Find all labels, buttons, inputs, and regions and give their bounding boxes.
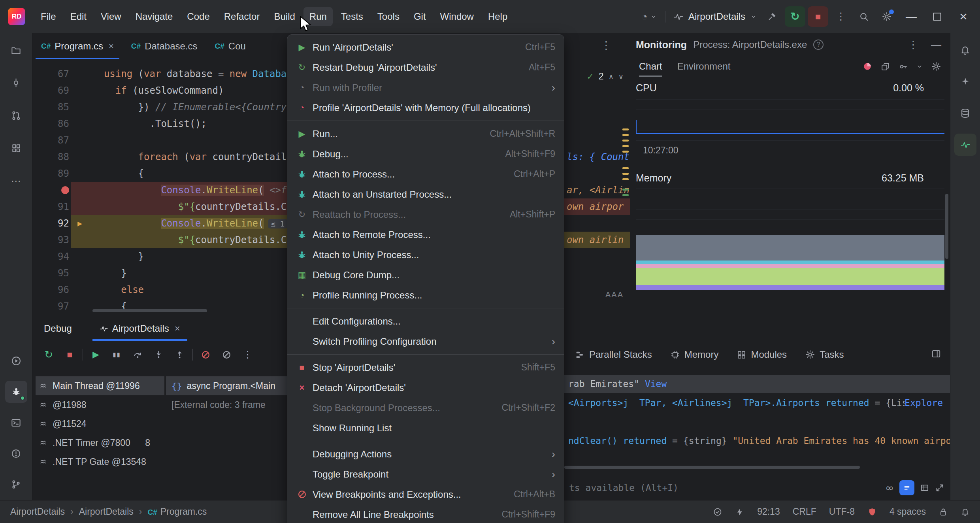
gutter[interactable]: [32, 182, 92, 198]
run-menu-item[interactable]: Edit Configurations...: [287, 311, 564, 331]
stripe-mark[interactable]: [622, 167, 629, 169]
run-tool-button[interactable]: [5, 350, 27, 372]
run-menu-item[interactable]: Show Running List: [287, 418, 564, 438]
stop-button[interactable]: ■: [808, 6, 828, 27]
editor-tab-database-cs[interactable]: C#Database.cs: [122, 33, 206, 59]
thread-row[interactable]: .NET Timer @78008: [36, 433, 164, 452]
gutter[interactable]: 88: [32, 149, 92, 165]
run-menu-item[interactable]: Debugging Actions›: [287, 444, 564, 464]
run-config-selector[interactable]: AirportDetails: [671, 6, 760, 27]
menubar-item-help[interactable]: Help: [482, 7, 513, 26]
close-icon[interactable]: ×: [109, 41, 114, 51]
run-menu-item[interactable]: Toggle Breakpoint›: [287, 464, 564, 484]
stripe-mark[interactable]: [622, 140, 629, 142]
close-icon[interactable]: ×: [175, 323, 180, 334]
menubar-item-tools[interactable]: Tools: [371, 7, 405, 26]
stripe-mark[interactable]: [622, 178, 629, 180]
menubar-item-view[interactable]: View: [95, 7, 127, 26]
breadcrumb-item[interactable]: C#Program.cs: [147, 506, 207, 517]
next-problem-icon[interactable]: ∨: [618, 72, 624, 81]
menubar-item-code[interactable]: Code: [181, 7, 215, 26]
gutter[interactable]: 67: [32, 66, 92, 82]
run-menu-item[interactable]: ▦Debug Core Dump...: [287, 265, 564, 285]
stripe-mark[interactable]: [622, 194, 629, 196]
power-mode-button[interactable]: [735, 507, 744, 517]
gutter[interactable]: 91: [32, 198, 92, 215]
run-menu-item[interactable]: ↻Restart Debug 'AirportDetails'Alt+F5: [287, 57, 564, 77]
debug-session-tab[interactable]: AirportDetails ×: [92, 316, 187, 341]
tab-memory[interactable]: Memory: [670, 349, 719, 360]
menubar-item-build[interactable]: Build: [268, 7, 301, 26]
problems-tool-button[interactable]: [5, 442, 27, 464]
gutter[interactable]: 95: [32, 265, 92, 281]
debug-more-button[interactable]: ⋮: [237, 345, 258, 364]
run-menu-item[interactable]: ◔Profile 'AirportDetails' with Memory (F…: [287, 98, 564, 118]
stripe-mark[interactable]: [622, 151, 629, 153]
search-everywhere-button[interactable]: [854, 6, 874, 27]
rerun-button[interactable]: ↻: [38, 345, 59, 364]
monitoring-tab-environment[interactable]: Environment: [677, 56, 731, 77]
help-icon[interactable]: ?: [813, 40, 824, 50]
watches-icon[interactable]: ∞: [885, 482, 894, 494]
gutter[interactable]: 69: [32, 82, 92, 99]
run-menu-item[interactable]: Attach to an Unstarted Process...: [287, 184, 564, 204]
menubar-item-file[interactable]: File: [35, 7, 62, 26]
stripe-mark[interactable]: [622, 128, 629, 130]
database-tool-button[interactable]: [954, 102, 976, 124]
run-menu-item[interactable]: View Breakpoints and Exceptions...Ctrl+A…: [287, 484, 564, 504]
run-menu-item[interactable]: Debug...Alt+Shift+F9: [287, 144, 564, 164]
run-menu-item[interactable]: Attach to Process...Ctrl+Alt+P: [287, 164, 564, 184]
run-menu-item[interactable]: ▶Run 'AirportDetails'Ctrl+F5: [287, 37, 564, 57]
structure-tool-button[interactable]: [5, 137, 27, 159]
gutter[interactable]: 92▶: [32, 215, 92, 232]
stop-button[interactable]: ■: [59, 345, 80, 364]
gutter[interactable]: 85: [32, 99, 92, 115]
pause-button[interactable]: ▮▮: [106, 345, 127, 364]
debug-tool-button[interactable]: [5, 381, 27, 403]
notifications-tool-button[interactable]: [954, 39, 976, 61]
view-breakpoints-button[interactable]: [195, 345, 216, 364]
close-button[interactable]: ×: [952, 6, 975, 27]
breadcrumb-item[interactable]: AirportDetails: [10, 506, 65, 517]
thread-row[interactable]: @11988: [36, 395, 164, 414]
monitoring-options-button[interactable]: ⋮: [905, 39, 922, 51]
more-tools-button[interactable]: ⋯: [5, 170, 27, 192]
rider-logo-icon[interactable]: RD: [8, 8, 25, 25]
variable-row[interactable]: ndClear() returned = {string} "United Ar…: [564, 432, 950, 450]
run-menu-item[interactable]: Remove All Line BreakpointsCtrl+Shift+F9: [287, 504, 564, 523]
tab-modules[interactable]: Modules: [737, 349, 787, 360]
pie-chart-icon[interactable]: [862, 61, 873, 72]
variable-row[interactable]: <Airports>j__TPar, <Airlines>j__TPar>.Ai…: [564, 394, 950, 412]
thread-row[interactable]: @11524: [36, 414, 164, 433]
gutter[interactable]: 87: [32, 132, 92, 149]
step-into-button[interactable]: [148, 345, 169, 364]
explore-link[interactable]: Explore: [905, 398, 950, 408]
tab-options-button[interactable]: ⋮: [601, 39, 612, 52]
gutter[interactable]: 94: [32, 248, 92, 265]
chevron-down-icon[interactable]: [916, 63, 923, 70]
gutter[interactable]: 97: [32, 298, 92, 315]
maximize-button[interactable]: [925, 6, 949, 27]
variables-horizontal-scrollbar[interactable]: [564, 466, 860, 469]
commit-tool-button[interactable]: [5, 72, 27, 94]
step-out-button[interactable]: [169, 345, 190, 364]
prev-problem-icon[interactable]: ∧: [609, 72, 614, 81]
stripe-mark[interactable]: [622, 173, 629, 175]
editor-horizontal-scrollbar[interactable]: [92, 309, 207, 312]
menubar-item-tests[interactable]: Tests: [335, 7, 369, 26]
debug-title[interactable]: Debug: [44, 323, 72, 334]
menubar-item-refactor[interactable]: Refactor: [218, 7, 266, 26]
snapshot-icon[interactable]: [880, 62, 890, 72]
run-menu-item[interactable]: ◔Profile Running Process...: [287, 285, 564, 305]
menubar-item-git[interactable]: Git: [408, 7, 432, 26]
stripe-mark[interactable]: [622, 134, 629, 136]
ai-assistant-tool-button[interactable]: [954, 70, 976, 93]
monitoring-tab-chart[interactable]: Chart: [639, 56, 662, 77]
profiler-widget-button[interactable]: ◔: [639, 6, 660, 27]
error-stripe[interactable]: [622, 91, 629, 292]
settings-button[interactable]: [876, 6, 897, 27]
table-icon[interactable]: [920, 483, 929, 493]
monitoring-minimize-button[interactable]: —: [928, 39, 944, 51]
monitoring-tool-button[interactable]: [954, 134, 976, 156]
line-ending[interactable]: CRLF: [793, 506, 816, 517]
